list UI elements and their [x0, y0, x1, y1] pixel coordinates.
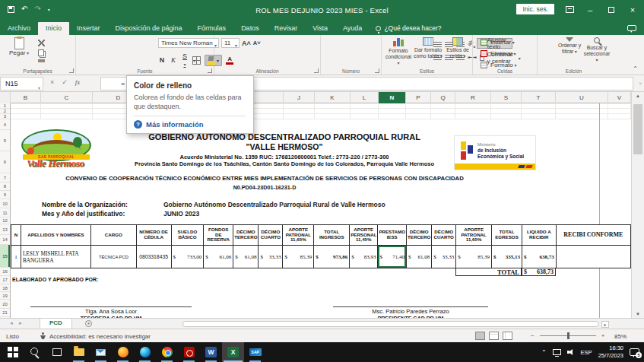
row-header-6[interactable]: 6 [0, 151, 10, 173]
table-col-header-13[interactable]: DÉCIMO CUARTO [432, 225, 456, 246]
hidden-icons-chevron[interactable]: ⌃ [541, 349, 547, 356]
column-header-B[interactable]: B [11, 92, 41, 103]
ribbon-display-options-icon[interactable] [566, 6, 574, 13]
row-header-22[interactable]: 22 [0, 317, 10, 318]
table-col-header-11[interactable]: PRESTAMO IESS [378, 225, 407, 246]
table-cell-1[interactable]: LESLY MISHELL PATA BANGUERA [21, 246, 90, 268]
row-header-11[interactable]: 11 [0, 208, 10, 218]
table-cell-17[interactable] [556, 246, 630, 268]
scroll-up-icon[interactable]: ▲ [632, 94, 644, 98]
tab-disposici-n-de-p-gina[interactable]: Disposición de página [108, 22, 190, 35]
copy-icon[interactable] [38, 49, 44, 56]
row-header-9[interactable]: 9 [0, 191, 10, 199]
taskbar-mail-button[interactable] [90, 342, 112, 362]
tell-me[interactable]: ¿Qué desea hacer? [376, 24, 441, 35]
scroll-down-icon[interactable]: ▼ [632, 312, 644, 316]
maximize-button[interactable] [600, 0, 623, 20]
sheet-tab-pcd[interactable]: PCD [40, 319, 72, 329]
table-col-header-10[interactable]: APORTE PERSONAL 11,45% [350, 225, 378, 246]
zoom-slider[interactable] [540, 335, 596, 336]
row-header-12[interactable]: 12 [0, 218, 10, 224]
table-col-header-0[interactable]: N [11, 225, 21, 246]
name-box[interactable]: N15▾ [0, 77, 43, 90]
table-col-header-17[interactable]: RECIBI CONFORME [556, 225, 630, 246]
taskbar-acrobat-button[interactable] [178, 342, 200, 362]
page-break-view-icon[interactable] [503, 332, 512, 340]
conditional-format-button[interactable]: Formato condicional [384, 37, 413, 66]
active-cell-n15[interactable]: $71,40 [378, 246, 407, 268]
bold-button[interactable]: N [158, 56, 166, 64]
table-col-header-1[interactable]: APELLIDOS Y NOMBRES [21, 225, 90, 246]
cut-icon[interactable] [38, 40, 45, 46]
table-col-header-5[interactable]: FONDOS DE RESERVA [204, 225, 233, 246]
row-header-18[interactable]: 18 [0, 284, 10, 292]
row-header-3[interactable]: 3 [0, 114, 10, 119]
table-cell-0[interactable]: 1 [11, 246, 21, 268]
tab-insertar[interactable]: Insertar [69, 22, 108, 35]
table-col-header-9[interactable]: TOTAL INGRESOS [314, 225, 350, 246]
column-header-S[interactable]: S [491, 92, 522, 103]
tab-f-rmulas[interactable]: Fórmulas [190, 22, 234, 35]
accessibility-icon[interactable] [40, 332, 46, 339]
row-header-20[interactable]: 20 [0, 300, 10, 309]
taskbar-start-button[interactable] [2, 342, 24, 362]
table-cell-12[interactable]: $61,08 [407, 246, 432, 268]
table-cell-2[interactable]: TÉCNICA PCD [91, 246, 136, 268]
collapse-ribbon-icon[interactable]: ⌃ [633, 65, 638, 72]
table-cell-3[interactable]: 0803318435 [136, 246, 171, 268]
table-col-header-8[interactable]: APORTE PATRONAL 11,65% [283, 225, 314, 246]
column-header-Q[interactable]: Q [431, 92, 455, 103]
column-header-R[interactable]: R [455, 92, 491, 103]
sign-in-button[interactable]: Inic. ses. [516, 4, 554, 14]
row-header-13[interactable]: 13 [0, 224, 10, 235]
close-button[interactable]: × [621, 0, 644, 20]
format-as-table-button[interactable]: Dar formato como tabla [414, 37, 443, 59]
taskbar-chrome-button[interactable] [156, 342, 178, 362]
expand-formula-bar-icon[interactable]: ˅ [639, 81, 642, 86]
underline-button[interactable]: S [181, 52, 189, 68]
table-col-header-12[interactable]: DÉCIMO TERCERO [407, 225, 432, 246]
minimize-button[interactable]: – [579, 0, 601, 20]
row-header-1[interactable]: 1 [0, 103, 10, 109]
table-cell-13[interactable]: $33,33 [432, 246, 456, 268]
row-header-8[interactable]: 8 [0, 183, 10, 191]
font-dialog-launcher-icon[interactable] [208, 68, 212, 73]
borders-icon[interactable] [192, 56, 201, 65]
find-select-button[interactable]: Buscar y seleccionar [583, 37, 611, 63]
column-header-V[interactable]: V [608, 92, 631, 103]
clipboard-dialog-launcher-icon[interactable] [69, 68, 74, 73]
alignment-dialog-launcher-icon[interactable] [314, 68, 319, 73]
taskbar-sap-button[interactable]: SAP [244, 342, 266, 362]
italic-button[interactable]: K [170, 56, 177, 64]
row-header-7[interactable]: 7 [0, 173, 10, 183]
network-icon[interactable] [553, 349, 561, 355]
table-col-header-2[interactable]: CARGO [91, 225, 136, 246]
select-all-corner[interactable] [0, 92, 11, 103]
table-cell-4[interactable]: $733,00 [171, 246, 204, 268]
font-name-select[interactable]: Times New Roman▾ [158, 38, 219, 48]
table-cell-5[interactable]: $61,06 [204, 246, 233, 268]
table-col-header-6[interactable]: DÉCIMO TERCERO [233, 225, 259, 246]
insert-cells-button[interactable]: Insertar [481, 39, 515, 46]
tab-ayuda[interactable]: Ayuda [335, 22, 370, 35]
taskbar-search-button[interactable] [24, 342, 46, 362]
table-col-header-14[interactable]: APORTE PATRONAL 11,65% [456, 225, 492, 246]
scroll-right-icon[interactable]: ► [601, 321, 609, 328]
zoom-out-icon[interactable]: − [531, 332, 535, 339]
zoom-slider-thumb[interactable] [567, 332, 569, 339]
tab-archivo[interactable]: Archivo [0, 22, 38, 35]
row-header-2[interactable]: 2 [0, 109, 10, 114]
tab-revisar[interactable]: Revisar [267, 22, 306, 35]
paste-button[interactable]: Pegar [5, 37, 33, 56]
taskbar-firefox-button[interactable] [112, 342, 134, 362]
add-sheet-icon[interactable]: + [85, 320, 92, 327]
taskbar-task-view-button[interactable] [46, 342, 68, 362]
row-header-15[interactable]: 15 [0, 245, 10, 268]
column-header-P[interactable]: P [406, 92, 431, 103]
table-cell-8[interactable]: $85,39 [283, 246, 314, 268]
tab-inicio[interactable]: Inicio [38, 22, 69, 35]
notification-center-icon[interactable]: 5 [630, 348, 639, 356]
vertical-scroll-thumb[interactable] [633, 104, 642, 154]
horizontal-scroll-thumb[interactable] [182, 321, 599, 327]
number-dialog-launcher-icon[interactable] [375, 68, 379, 73]
